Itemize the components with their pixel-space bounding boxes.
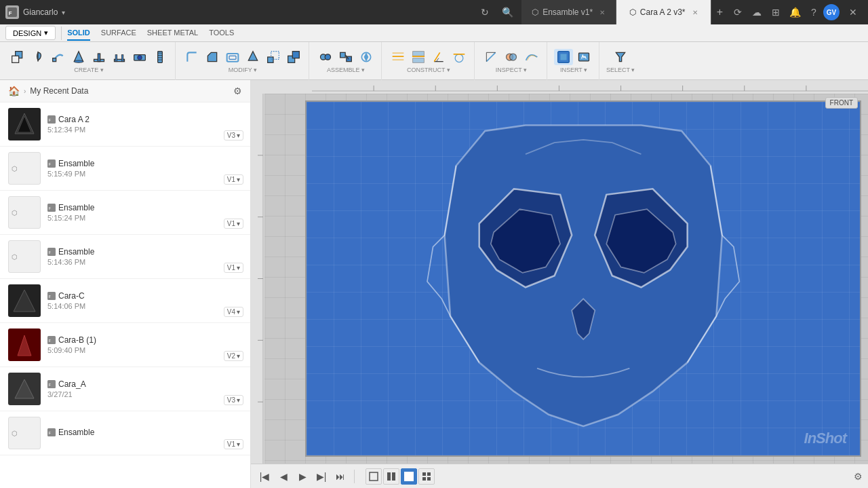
file-type-icon: F — [47, 204, 56, 212]
file-time: 5:14:36 PM — [47, 258, 242, 266]
assemble-joint-button[interactable] — [316, 49, 335, 65]
list-item[interactable]: F Cara-C 5:14:06 PM V4 ▾ — [0, 279, 250, 323]
file-version[interactable]: V4 ▾ — [224, 307, 243, 317]
modify-fillet-button[interactable] — [182, 49, 201, 65]
create-web-button[interactable] — [110, 49, 129, 65]
sidebar-settings-button[interactable]: ⚙ — [233, 86, 242, 96]
nav-next-button[interactable]: ▶| — [313, 468, 330, 485]
inspect-interference-button[interactable] — [502, 49, 521, 65]
svg-marker-52 — [616, 52, 625, 61]
list-item[interactable]: ⬡ F Ensamble 5:14:36 PM V1 ▾ — [0, 235, 250, 279]
list-item[interactable]: F Cara-B (1) 5:09:40 PM V2 ▾ — [0, 323, 250, 367]
file-version[interactable]: V1 ▾ — [224, 263, 243, 273]
sync-button[interactable]: ⟳ — [728, 3, 747, 22]
home-icon[interactable]: 🏠 — [8, 86, 20, 96]
create-loft-button[interactable] — [69, 49, 88, 65]
svg-marker-3 — [16, 51, 22, 58]
tab-cara[interactable]: ⬡ Cara A 2 v3* ✕ — [616, 0, 711, 24]
tab-icon: ⬡ — [532, 7, 538, 17]
modify-chamfer-button[interactable] — [203, 49, 222, 65]
create-hole-button[interactable] — [130, 49, 149, 65]
inspect-group-label: INSPECT ▾ — [496, 67, 527, 73]
window-close-button[interactable]: ✕ — [844, 3, 863, 22]
refresh-button[interactable]: ↻ — [475, 3, 494, 22]
assemble-motion-button[interactable] — [357, 49, 376, 65]
file-thumbnail — [8, 284, 41, 317]
nav-first-button[interactable]: |◀ — [256, 468, 273, 485]
cloud-button[interactable]: ☁ — [747, 3, 766, 22]
construct-tangent-button[interactable] — [450, 49, 469, 65]
tab-ensamble[interactable]: ⬡ Ensamble v1* ✕ — [521, 0, 616, 24]
file-version[interactable]: V3 ▾ — [224, 130, 243, 140]
sidebar-path-label: My Recent Data — [30, 86, 88, 96]
file-time: 5:14:06 PM — [47, 302, 242, 310]
svg-text:F: F — [49, 339, 52, 343]
view-mode-list-button[interactable] — [383, 468, 399, 485]
modify-combine-button[interactable] — [284, 49, 303, 65]
construct-angle-button[interactable] — [429, 49, 448, 65]
modify-draft-button[interactable] — [243, 49, 262, 65]
toolbar-tabs-bar: DESIGN ▾ SOLID SURFACE SHEET METAL TOOLS — [0, 24, 868, 42]
search-button[interactable]: 🔍 — [498, 3, 517, 22]
file-thumbnail: ⬡ — [8, 240, 41, 273]
bell-button[interactable]: 🔔 — [785, 3, 804, 22]
file-name: F Ensamble — [47, 247, 242, 257]
design-dropdown-button[interactable]: DESIGN ▾ — [5, 26, 56, 40]
list-item[interactable]: F Cara A 2 5:12:34 PM V3 ▾ — [0, 102, 250, 147]
viewport[interactable]: InShot FRONT |◀ ◀ ▶ ▶| ⏭ — [251, 80, 868, 488]
svg-rect-99 — [422, 472, 426, 476]
file-type-icon: F — [47, 336, 56, 344]
file-thumbnail — [8, 108, 41, 140]
construct-offset-button[interactable] — [389, 49, 408, 65]
svg-rect-100 — [427, 472, 431, 476]
nav-last-button[interactable]: ⏭ — [332, 468, 349, 485]
file-version[interactable]: V2 ▾ — [224, 351, 243, 361]
file-thumbnail: ⬡ — [8, 196, 41, 229]
user-avatar[interactable]: GV — [823, 4, 840, 20]
insert-svg-button[interactable] — [574, 49, 593, 65]
nav-play-button[interactable]: ▶ — [294, 468, 311, 485]
inspect-curvature-button[interactable] — [522, 49, 541, 65]
modify-shell-button[interactable] — [223, 49, 242, 65]
construct-midplane-button[interactable] — [409, 49, 428, 65]
create-extrude-button[interactable] — [8, 49, 27, 65]
svg-rect-22 — [229, 56, 236, 59]
svg-rect-27 — [292, 51, 299, 58]
help-button[interactable]: ? — [804, 3, 823, 22]
assemble-asbuilt-button[interactable] — [336, 49, 355, 65]
list-item[interactable]: F Cara_A 3/27/21 V3 ▾ — [0, 367, 250, 411]
file-name: F Cara_A — [47, 379, 242, 389]
insert-group-label: INSERT ▾ — [560, 67, 587, 73]
view-mode-grid-button[interactable] — [401, 468, 417, 485]
list-item[interactable]: ⬡ F Ensamble V1 ▾ — [0, 411, 250, 455]
create-thread-button[interactable] — [151, 49, 170, 65]
view-mode-frame-button[interactable] — [366, 468, 382, 485]
insert-decal-button[interactable] — [554, 49, 573, 65]
file-version[interactable]: V1 ▾ — [224, 439, 243, 449]
view-mode-gridalt-button[interactable] — [418, 468, 435, 485]
file-version[interactable]: V1 ▾ — [224, 174, 243, 185]
file-version[interactable]: V3 ▾ — [224, 395, 243, 405]
tab-close-ensamble[interactable]: ✕ — [599, 9, 605, 16]
nav-prev-button[interactable]: ◀ — [275, 468, 292, 485]
modify-scale-button[interactable] — [264, 49, 283, 65]
tab-surface[interactable]: SURFACE — [101, 26, 136, 41]
create-sweep-button[interactable] — [49, 49, 68, 65]
viewport-settings-button[interactable]: ⚙ — [854, 471, 863, 482]
new-tab-button[interactable]: + — [711, 6, 728, 18]
tab-sheet-metal[interactable]: SHEET METAL — [147, 26, 198, 41]
create-rib-button[interactable] — [90, 49, 108, 65]
list-item[interactable]: ⬡ F Ensamble 5:15:24 PM V1 ▾ — [0, 191, 250, 235]
file-version[interactable]: V1 ▾ — [224, 219, 243, 229]
create-revolve-button[interactable] — [28, 49, 47, 65]
grid-button[interactable]: ⊞ — [766, 3, 785, 22]
list-item[interactable]: ⬡ F Ensamble 5:15:49 PM V1 ▾ — [0, 147, 250, 191]
tab-solid[interactable]: SOLID — [67, 26, 90, 41]
inspect-measure-button[interactable] — [481, 49, 500, 65]
svg-rect-36 — [393, 59, 404, 60]
svg-rect-37 — [413, 51, 425, 56]
select-filter-button[interactable] — [611, 49, 630, 65]
tab-tools[interactable]: TOOLS — [209, 26, 234, 41]
tab-close-cara[interactable]: ✕ — [692, 9, 698, 16]
file-info: F Cara-B (1) 5:09:40 PM — [47, 335, 242, 354]
